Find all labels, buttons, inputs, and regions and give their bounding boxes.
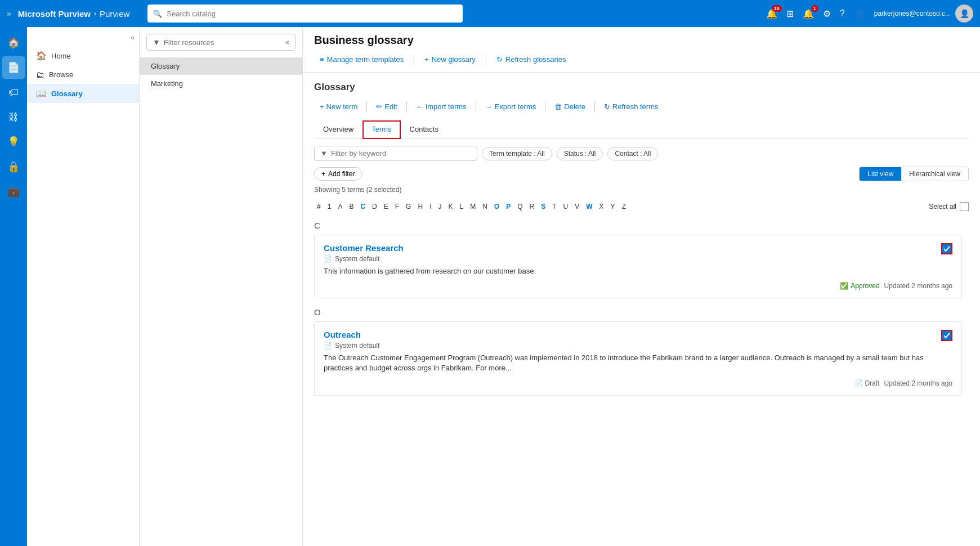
term-footer: ✅ Approved Updated 2 months ago [324, 282, 952, 290]
sidebar-insights-icon[interactable]: 💡 [2, 131, 25, 153]
alpha-A[interactable]: A [335, 202, 345, 212]
add-filter-button[interactable]: + Add filter [314, 167, 362, 181]
alpha-I[interactable]: I [427, 202, 434, 212]
keyword-filter[interactable]: ▼ [314, 146, 477, 161]
filter-collapse-button[interactable]: « [285, 38, 289, 46]
search-bar[interactable]: 🔍 [147, 5, 463, 23]
list-view-button[interactable]: List view [860, 167, 901, 181]
term-template: 📄 System default [324, 255, 404, 263]
help-icon[interactable]: ? [840, 8, 845, 19]
filter-row: ▼ Term template : All Status : All Conta… [314, 146, 969, 161]
settings-icon[interactable]: ⚙ [823, 8, 831, 19]
keyword-filter-input[interactable] [331, 149, 471, 158]
alpha-V[interactable]: V [572, 202, 582, 212]
browse-icon: 🗂 [36, 70, 44, 79]
alpha-E[interactable]: E [381, 202, 391, 212]
alpha-S[interactable]: S [538, 202, 548, 212]
actions-bar: + New term ✏ Edit ← Import terms → Expor… [314, 100, 969, 114]
term-name-link[interactable]: Customer Research [324, 243, 404, 253]
glossary-section-title: Glossary [314, 82, 969, 93]
filter-resources-input[interactable] [164, 38, 280, 47]
sidebar-item-home[interactable]: 🏠 Home [27, 46, 139, 65]
alpha-1[interactable]: 1 [325, 202, 334, 212]
term-checkbox-outreach[interactable] [941, 330, 952, 341]
user-avatar[interactable]: 👤 [955, 5, 973, 23]
manage-term-templates-button[interactable]: ≡ Manage term templates [314, 52, 409, 66]
new-glossary-button[interactable]: + New glossary [419, 52, 481, 66]
alert-icon[interactable]: 🔔 1 [803, 8, 814, 19]
terms-area: C Customer Research 📄 System default [314, 221, 969, 405]
term-name-outreach-link[interactable]: Outreach [324, 330, 379, 339]
alpha-K[interactable]: K [445, 202, 455, 212]
alpha-G[interactable]: G [403, 202, 414, 212]
terms-tab[interactable]: Terms [363, 120, 400, 139]
sidebar-catalog-icon[interactable]: 📄 [2, 56, 25, 79]
delete-button[interactable]: 🗑 Delete [549, 100, 591, 114]
notification-icon[interactable]: 🔔 18 [766, 8, 777, 19]
new-term-button[interactable]: + New term [314, 100, 363, 114]
action-separator-4 [545, 101, 545, 113]
glossary-item-marketing[interactable]: Marketing [140, 75, 302, 92]
alpha-W[interactable]: W [583, 202, 595, 212]
notification-badge: 18 [772, 5, 782, 12]
sidebar-item-glossary[interactable]: 📖 Glossary [27, 84, 139, 103]
alpha-L[interactable]: L [457, 202, 466, 212]
term-footer-outreach: 📄 Draft Updated 2 months ago [324, 379, 952, 387]
export-icon: → [485, 102, 493, 111]
status-filter[interactable]: Status : All [557, 147, 603, 160]
alpha-R[interactable]: R [527, 202, 538, 212]
alpha-C[interactable]: C [357, 202, 368, 212]
alpha-P[interactable]: P [503, 202, 513, 212]
alpha-J[interactable]: J [435, 202, 444, 212]
action-separator-1 [366, 101, 367, 113]
search-input[interactable] [167, 10, 457, 18]
sidebar-home-icon[interactable]: 🏠 [2, 32, 25, 54]
feedback-icon[interactable]: 👤 [854, 8, 865, 19]
term-description-outreach: The Outreach Customer Engagement Program… [324, 353, 952, 373]
alpha-T[interactable]: T [549, 202, 559, 212]
sidebar-item-browse[interactable]: 🗂 Browse [27, 65, 139, 84]
alpha-M[interactable]: M [467, 202, 478, 212]
alpha-Z[interactable]: Z [619, 202, 629, 212]
alpha-hash[interactable]: # [314, 202, 324, 212]
term-name-outreach-container: Outreach 📄 System default [324, 330, 379, 353]
new-glossary-icon: + [424, 55, 429, 64]
alpha-Y[interactable]: Y [608, 202, 618, 212]
filter-resources-search[interactable]: ▼ « [146, 34, 296, 51]
alpha-O[interactable]: O [491, 202, 502, 212]
sidebar-briefcase-icon[interactable]: 💼 [2, 180, 25, 203]
overview-tab[interactable]: Overview [314, 120, 363, 139]
term-checkbox-customer-research[interactable] [941, 243, 952, 254]
glossary-item-glossary[interactable]: Glossary [140, 57, 302, 75]
contact-filter[interactable]: Contact : All [607, 147, 658, 160]
alpha-D[interactable]: D [369, 202, 380, 212]
hierarchical-view-button[interactable]: Hierarchical view [901, 167, 968, 181]
sidebar-policy-icon[interactable]: 🔒 [2, 155, 25, 178]
term-card-outreach: Outreach 📄 System default The Outreach C… [314, 321, 962, 395]
import-terms-button[interactable]: ← Import terms [410, 100, 472, 114]
alpha-X[interactable]: X [597, 202, 607, 212]
alpha-F[interactable]: F [392, 202, 402, 212]
refresh-terms-button[interactable]: ↻ Refresh terms [598, 100, 664, 114]
sidebar-network-icon[interactable]: ⛓ [2, 106, 25, 128]
left-nav-collapse-button[interactable]: « [131, 34, 135, 42]
action-separator-5 [594, 101, 595, 113]
alpha-U[interactable]: U [561, 202, 571, 212]
refresh-glossaries-button[interactable]: ↻ Refresh glossaries [491, 52, 572, 66]
export-terms-button[interactable]: → Export terms [480, 100, 542, 114]
sidebar-tag-icon[interactable]: 🏷 [2, 81, 25, 104]
term-card-header: Customer Research 📄 System default [324, 243, 952, 266]
alpha-B[interactable]: B [346, 202, 356, 212]
term-name-customer-research: Customer Research 📄 System default [324, 243, 404, 266]
alpha-H[interactable]: H [415, 202, 426, 212]
term-template-outreach: 📄 System default [324, 342, 379, 350]
contacts-tab[interactable]: Contacts [401, 120, 448, 139]
alpha-Q[interactable]: Q [514, 202, 525, 212]
term-template-filter[interactable]: Term template : All [482, 147, 552, 160]
alpha-N[interactable]: N [480, 202, 490, 212]
app-switcher-icon[interactable]: ⊞ [786, 8, 794, 19]
select-all-checkbox[interactable] [960, 202, 969, 211]
expand-sidebar-icon[interactable]: » [7, 9, 11, 18]
user-menu[interactable]: parkerjones@contoso.c... 👤 [874, 5, 973, 23]
edit-button[interactable]: ✏ Edit [370, 100, 402, 114]
